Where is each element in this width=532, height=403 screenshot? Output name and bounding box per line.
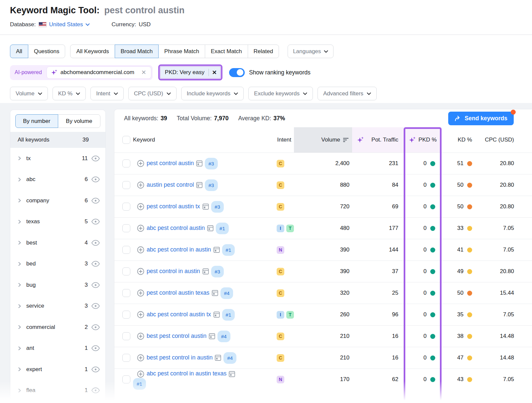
serp-features-icon[interactable]: [229, 371, 235, 377]
eye-icon[interactable]: [91, 219, 100, 225]
add-keyword-icon[interactable]: [137, 311, 144, 318]
serp-features-icon[interactable]: [202, 204, 209, 210]
sidebar-group-abc[interactable]: abc6: [10, 169, 105, 190]
row-checkbox[interactable]: [122, 224, 130, 232]
row-checkbox[interactable]: [122, 375, 130, 383]
by-number-button[interactable]: By number: [15, 114, 58, 128]
keyword-link[interactable]: pest control austin texas: [147, 289, 209, 296]
eye-icon[interactable]: [91, 176, 100, 182]
sidebar-group-company[interactable]: company6: [10, 190, 105, 211]
keyword-link[interactable]: austin pest control: [147, 181, 194, 188]
column-header-volume[interactable]: Volume: [294, 127, 352, 152]
sidebar-group-commercial[interactable]: commercial2: [10, 317, 105, 338]
row-checkbox[interactable]: [122, 289, 130, 297]
keyword-link[interactable]: pest control austin tx: [147, 203, 200, 209]
keyword-link[interactable]: best pest control in austin: [147, 354, 212, 360]
keyword-link[interactable]: best pest control austin: [147, 332, 206, 339]
domain-input[interactable]: abchomeandcommercial.com ✕: [47, 66, 151, 79]
tab-phrase-match[interactable]: Phrase Match: [158, 45, 205, 58]
eye-icon[interactable]: [91, 324, 100, 330]
tab-all[interactable]: All: [10, 45, 28, 58]
advanced-filters-dropdown[interactable]: Advanced filters: [318, 87, 377, 100]
add-keyword-icon[interactable]: [137, 370, 144, 378]
pkd-filter-chip[interactable]: PKD: Very easy ✕: [161, 67, 220, 78]
eye-icon[interactable]: [91, 282, 100, 288]
tab-broad-match[interactable]: Broad Match: [115, 45, 159, 58]
tab-related[interactable]: Related: [248, 45, 279, 58]
add-keyword-icon[interactable]: [137, 333, 144, 340]
remove-pkd-filter-icon[interactable]: ✕: [209, 67, 220, 78]
add-keyword-icon[interactable]: [137, 354, 144, 361]
intent-filter-dropdown[interactable]: Intent: [90, 87, 124, 100]
add-keyword-icon[interactable]: [137, 246, 144, 253]
sidebar-group-ant[interactable]: ant1: [10, 338, 105, 359]
tab-exact-match[interactable]: Exact Match: [205, 45, 248, 58]
eye-icon[interactable]: [91, 345, 100, 351]
keyword-link[interactable]: abc pest control austin tx: [147, 311, 211, 317]
add-keyword-icon[interactable]: [137, 289, 144, 297]
serp-features-icon[interactable]: [207, 225, 213, 231]
row-checkbox[interactable]: [122, 246, 130, 254]
eye-icon[interactable]: [91, 240, 100, 246]
sidebar-group-best[interactable]: best4: [10, 232, 105, 253]
keyword-link[interactable]: pest control austin: [147, 159, 194, 166]
clear-domain-icon[interactable]: ✕: [141, 69, 147, 76]
column-header-pkd[interactable]: PKD %: [404, 127, 442, 152]
sidebar-group-tx[interactable]: tx11: [10, 148, 105, 169]
serp-features-icon[interactable]: [196, 160, 202, 166]
column-header-intent[interactable]: Intent: [273, 127, 294, 152]
kd-filter-dropdown[interactable]: KD %: [53, 87, 86, 100]
eye-icon[interactable]: [91, 155, 100, 161]
sidebar-group-bug[interactable]: bug3: [10, 274, 105, 296]
row-checkbox[interactable]: [122, 181, 130, 189]
serp-features-icon[interactable]: [196, 182, 202, 188]
row-checkbox[interactable]: [122, 332, 130, 340]
tab-all-keywords[interactable]: All Keywords: [70, 45, 115, 58]
eye-icon[interactable]: [91, 261, 100, 267]
add-keyword-icon[interactable]: [137, 160, 144, 167]
row-checkbox[interactable]: [122, 267, 130, 275]
add-keyword-icon[interactable]: [137, 268, 144, 275]
sidebar-group-expert[interactable]: expert1: [10, 359, 105, 380]
sidebar-group-flea[interactable]: flea1: [10, 380, 105, 401]
add-keyword-icon[interactable]: [137, 225, 144, 232]
eye-icon[interactable]: [91, 198, 100, 204]
sidebar-group-texas[interactable]: texas5: [10, 211, 105, 233]
all-keywords-group[interactable]: All keywords 39: [10, 132, 105, 148]
serp-features-icon[interactable]: [215, 355, 221, 361]
column-header-pot-traffic[interactable]: Pot. Traffic: [352, 127, 404, 152]
by-volume-button[interactable]: By volume: [58, 114, 101, 128]
row-checkbox[interactable]: [122, 311, 130, 319]
sidebar-group-service[interactable]: service3: [10, 296, 105, 317]
eye-icon[interactable]: [91, 303, 100, 309]
serp-features-icon[interactable]: [213, 247, 220, 253]
languages-dropdown[interactable]: Languages: [288, 45, 333, 58]
keyword-link[interactable]: abc pest control in austin texas: [147, 370, 226, 377]
database-selector[interactable]: United States: [49, 21, 90, 28]
serp-features-icon[interactable]: [209, 333, 215, 339]
add-keyword-icon[interactable]: [137, 203, 144, 210]
column-header-keyword[interactable]: Keyword: [133, 127, 273, 152]
serp-features-icon[interactable]: [213, 312, 220, 318]
tab-questions[interactable]: Questions: [28, 45, 66, 58]
row-checkbox[interactable]: [122, 354, 130, 362]
column-header-cpc[interactable]: CPC (USD): [480, 127, 514, 152]
show-ranking-keywords-toggle[interactable]: [229, 68, 245, 77]
select-all-checkbox[interactable]: [122, 136, 130, 144]
volume-filter-dropdown[interactable]: Volume: [10, 87, 48, 100]
eye-icon[interactable]: [91, 387, 100, 393]
include-keywords-dropdown[interactable]: Include keywords: [181, 87, 244, 100]
exclude-keywords-dropdown[interactable]: Exclude keywords: [248, 87, 313, 100]
row-checkbox[interactable]: [122, 203, 130, 211]
serp-features-icon[interactable]: [202, 268, 209, 274]
serp-features-icon[interactable]: [212, 290, 218, 296]
column-header-kd[interactable]: KD %: [442, 127, 480, 152]
eye-icon[interactable]: [91, 366, 100, 372]
sidebar-group-bed[interactable]: bed3: [10, 253, 105, 275]
keyword-link[interactable]: abc pest control austin: [147, 224, 205, 231]
row-checkbox[interactable]: [122, 159, 130, 167]
send-keywords-button[interactable]: Send keywords: [448, 112, 514, 125]
keyword-link[interactable]: pest control in austin: [147, 267, 200, 274]
add-keyword-icon[interactable]: [137, 181, 144, 189]
cpc-filter-dropdown[interactable]: CPC (USD): [128, 87, 177, 100]
